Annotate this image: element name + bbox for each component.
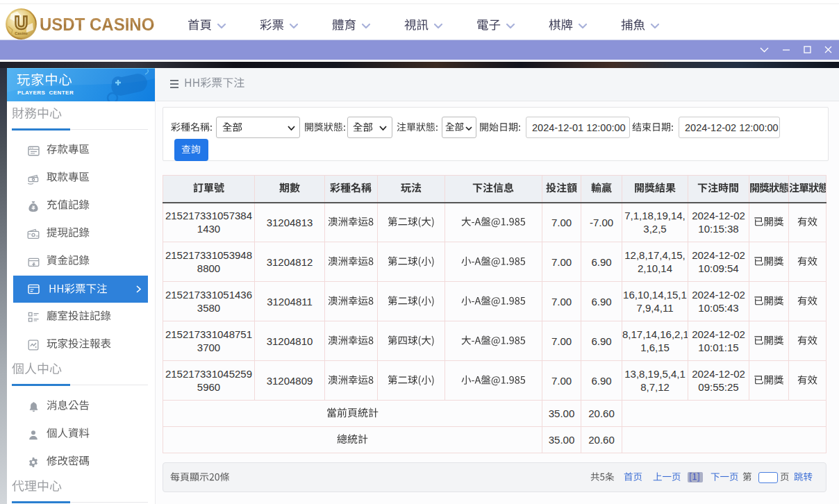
svg-text:Casino: Casino [15,31,28,35]
